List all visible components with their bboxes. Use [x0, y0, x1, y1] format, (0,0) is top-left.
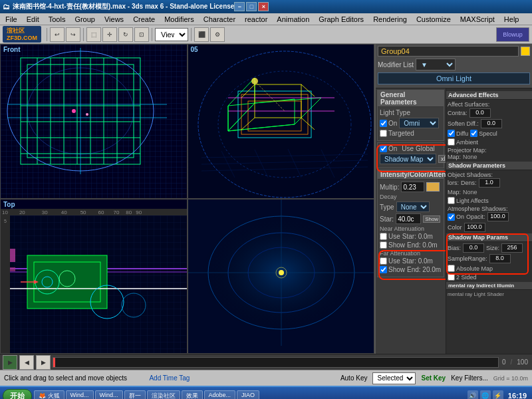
viewport-4[interactable]	[188, 199, 375, 354]
targeted-checkbox[interactable]	[380, 130, 387, 137]
menu-edit[interactable]: Edit	[23, 15, 43, 24]
grid-info: Grid = 10.0m	[493, 375, 528, 382]
shadow-type-dropdown[interactable]: Shadow Map	[380, 154, 436, 164]
blowup-button[interactable]: Blowup	[496, 27, 529, 42]
cmd-panel-top: Group04 Modifier List ▼ Omni Light	[376, 44, 532, 88]
viewport-front[interactable]: Front	[0, 44, 188, 199]
decay-show-button[interactable]: Show	[423, 215, 440, 223]
menu-reactor[interactable]: reactor	[241, 15, 271, 24]
ambient-label: Ambient	[456, 139, 478, 146]
size-label: Size:	[486, 245, 499, 251]
start-button[interactable]: 开始	[3, 389, 32, 400]
menu-animation[interactable]: Animation	[273, 15, 313, 24]
adv-map-label: Map:	[448, 154, 461, 160]
shadow-map-title: Shadow Map Params	[446, 233, 532, 242]
select-button[interactable]: ⬚	[86, 27, 101, 42]
dens-label: Dens:	[461, 180, 477, 186]
taskbar-item-4[interactable]: 渲染社区	[147, 390, 180, 400]
svg-point-21	[72, 109, 76, 113]
render-settings-button[interactable]: ⚙	[210, 27, 225, 42]
color-swatch[interactable]	[521, 47, 530, 56]
decay-type-dropdown[interactable]: None	[396, 201, 430, 212]
auto-key-dropdown[interactable]: Selected	[372, 372, 416, 384]
object-shadows-label: Object Shadows:	[448, 172, 531, 178]
absolute-map-checkbox[interactable]	[448, 265, 455, 272]
taskbar-item-7[interactable]: JIAO	[237, 390, 259, 400]
menu-help[interactable]: Help	[500, 15, 523, 24]
menu-group[interactable]: Group	[70, 15, 99, 24]
left-cmd: General Parameters Light Type On Omni	[376, 88, 446, 354]
viewport-top[interactable]: Top 10 20 30 40 50 60 70 80 90	[0, 199, 188, 354]
timeline[interactable]	[53, 357, 499, 368]
shadows-on-checkbox[interactable]	[380, 145, 387, 152]
two-sided-checkbox[interactable]	[448, 273, 455, 281]
redo-button[interactable]: ↪	[66, 27, 80, 42]
viewport-perspective[interactable]: 05	[188, 44, 375, 199]
exclude-button[interactable]: xlude...	[438, 155, 446, 163]
advanced-effects-title: Advanced Effects	[446, 91, 532, 100]
near-use-label: Use	[388, 233, 400, 240]
multip-input[interactable]	[401, 182, 424, 192]
separator2	[83, 28, 84, 41]
mental-ray-title: mental ray Indirect Illumin	[446, 282, 532, 290]
near-show-label: Show	[388, 241, 405, 249]
adv-map-value: None	[463, 154, 477, 160]
shadows-on-label: On	[388, 145, 397, 152]
menu-tools[interactable]: Tools	[45, 15, 70, 24]
menu-views[interactable]: Views	[100, 15, 128, 24]
atm-on-checkbox[interactable]	[448, 213, 455, 221]
taskbar-item-0[interactable]: 🦊 火狐	[34, 390, 65, 400]
close-button[interactable]: ×	[258, 2, 269, 11]
specul-checkbox[interactable]	[470, 130, 477, 137]
light-affects-checkbox[interactable]	[448, 197, 455, 204]
taskbar-time: 16:19	[505, 392, 529, 399]
rotate-button[interactable]: ↻	[118, 27, 133, 42]
menu-maxscript[interactable]: MAXScript	[456, 15, 499, 24]
move-button[interactable]: ✛	[102, 27, 117, 42]
prev-frame-button[interactable]: ◀	[19, 355, 34, 370]
use-global-label: Use Global	[402, 145, 434, 152]
color-picker[interactable]	[426, 182, 440, 192]
far-use-checkbox[interactable]	[380, 257, 387, 265]
modifier-list-dropdown[interactable]: ▼	[416, 59, 456, 70]
render-button[interactable]: ⬛	[194, 27, 209, 42]
ambient-checkbox[interactable]	[448, 138, 455, 146]
menu-modifiers[interactable]: Modifiers	[160, 15, 198, 24]
add-time-tag[interactable]: Add Time Tag	[149, 374, 190, 382]
viewports: Front	[0, 44, 376, 354]
menu-character[interactable]: Character	[200, 15, 239, 24]
maximize-button[interactable]: □	[246, 2, 257, 11]
viewport-perspective-svg	[188, 45, 374, 198]
menu-rendering[interactable]: Rendering	[369, 15, 411, 24]
taskbar-item-3[interactable]: 群一	[124, 390, 146, 400]
undo-button[interactable]: ↩	[50, 27, 65, 42]
diffu-checkbox[interactable]	[448, 130, 455, 137]
scale-button[interactable]: ⊡	[134, 27, 149, 42]
light-affects-label: Light Affects	[456, 198, 489, 204]
light-on-checkbox[interactable]	[380, 120, 387, 127]
taskbar-item-6[interactable]: Adobe...	[204, 390, 236, 400]
light-type-dropdown[interactable]: Omni	[399, 118, 439, 128]
taskbar-item-1[interactable]: Wind...	[66, 390, 94, 400]
far-use-label: Use	[388, 257, 400, 265]
menu-file[interactable]: File	[1, 15, 21, 24]
decay-start-input[interactable]	[396, 213, 421, 224]
diffu-label: Diffu	[456, 130, 468, 137]
view-dropdown[interactable]: View	[155, 28, 188, 41]
play-button[interactable]: ▶	[3, 355, 17, 370]
next-frame-button[interactable]: ▶	[36, 355, 51, 370]
menu-graph-editors[interactable]: Graph Editors	[315, 15, 368, 24]
status-bar: Click and drag to select and move object…	[0, 370, 532, 386]
key-filters-label[interactable]: Key Filters...	[451, 374, 488, 382]
taskbar-item-5[interactable]: 效果	[182, 390, 203, 400]
far-show-checkbox[interactable]	[380, 266, 387, 273]
panels-area: General Parameters Light Type On Omni	[376, 88, 532, 354]
near-show-checkbox[interactable]	[380, 241, 387, 249]
taskbar-item-2[interactable]: Wind...	[95, 390, 123, 400]
menu-customize[interactable]: Customize	[412, 15, 455, 24]
group-name-box[interactable]: Group04	[378, 46, 519, 57]
menu-create[interactable]: Create	[129, 15, 159, 24]
minimize-button[interactable]: −	[234, 2, 245, 11]
affect-surfaces-label: Affect Surfaces:	[448, 101, 531, 108]
near-use-checkbox[interactable]	[380, 233, 387, 240]
